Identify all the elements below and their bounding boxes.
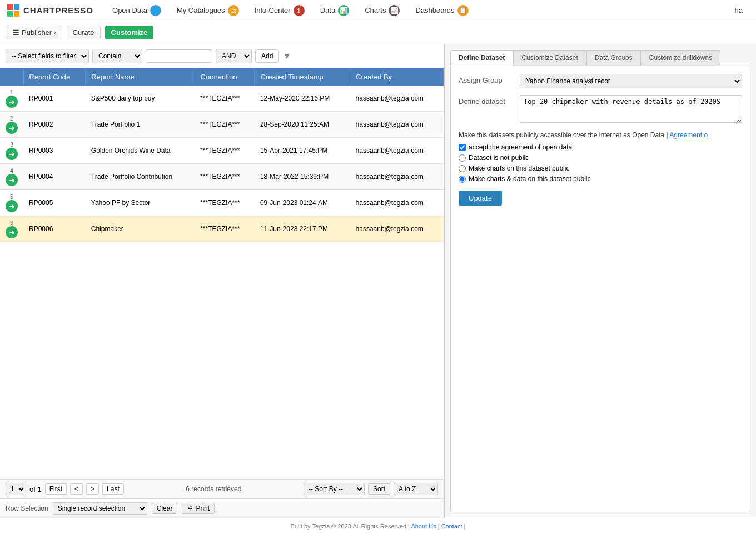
first-page-button[interactable]: First [45, 483, 67, 495]
row-arrow-icon[interactable]: ➜ [6, 226, 18, 238]
catalogues-icon: 🗂 [228, 5, 239, 16]
nav-catalogues-label: My Catalogues [177, 6, 225, 14]
filter-logic-select[interactable]: AND OR [216, 49, 252, 63]
svg-rect-1 [14, 4, 19, 10]
update-button[interactable]: Update [459, 191, 502, 206]
curate-button[interactable]: Curate [67, 26, 101, 39]
nav-catalogues[interactable]: My Catalogues 🗂 [169, 0, 247, 21]
radio-not-public-input[interactable] [459, 154, 466, 162]
filter-bar: -- Select fields to filter -- Contain Do… [0, 44, 444, 68]
nav-dashboards-label: Dashboards [415, 6, 454, 14]
tab-define-dataset[interactable]: Define Dataset [450, 50, 513, 66]
filter-field-select[interactable]: -- Select fields to filter -- [6, 49, 89, 63]
page-number-select[interactable]: 1 [6, 483, 26, 495]
nav-info-center[interactable]: Info-Center ℹ [247, 0, 312, 21]
assign-group-select[interactable]: Yahoo Finance analyst recor Default Grou… [520, 74, 742, 88]
nav-charts[interactable]: Charts 📈 [357, 0, 407, 21]
table-row[interactable]: 3 ➜ RP0003 Golden Orchids Wine Data ***T… [0, 138, 444, 164]
nav-data-label: Data [320, 6, 335, 14]
define-dataset-row: Define dataset Top 20 chipmaker with rev… [459, 95, 742, 124]
radio-not-public-label: Dataset is not public [469, 154, 529, 162]
sort-button[interactable]: Sort [368, 483, 390, 495]
agreement-checkbox[interactable] [459, 144, 466, 151]
row-created-by: hassaanb@tegzia.com [350, 164, 444, 190]
agreement-link[interactable]: Agreement o [669, 131, 708, 139]
nav-data[interactable]: Data 📊 [312, 0, 357, 21]
filter-value-input[interactable] [146, 49, 212, 63]
table-row[interactable]: 2 ➜ RP0002 Trade Portfolio 1 ***TEGZIA**… [0, 112, 444, 138]
assign-group-control: Yahoo Finance analyst recor Default Grou… [520, 74, 742, 88]
footer-about-link[interactable]: About Us [411, 523, 436, 530]
row-code: RP0005 [23, 190, 86, 216]
svg-rect-3 [14, 11, 19, 17]
print-button[interactable]: 🖨 Print [182, 503, 215, 514]
row-arrow-icon[interactable]: ➜ [6, 148, 18, 160]
footer-copyright: © 2023 All Rights Reserved [331, 523, 406, 530]
define-dataset-control: Top 20 chipmaker with revenue details as… [520, 95, 742, 124]
sort-by-select[interactable]: -- Sort By -- Report Code Report Name [304, 483, 365, 495]
nav-open-data[interactable]: Open Data 🌐 [105, 0, 169, 21]
data-icon: 📊 [338, 5, 349, 16]
hamburger-icon: ☰ [13, 28, 19, 37]
publisher-label: Publisher [22, 28, 52, 37]
app-name: CHARTPRESSO [23, 6, 93, 15]
toolbar: ☰ Publisher › Curate Customize [0, 21, 756, 44]
filter-icon: ▼ [282, 51, 291, 61]
radio-charts-public-input[interactable] [459, 165, 466, 172]
radio-all-public-input[interactable] [459, 176, 466, 183]
row-arrow-icon[interactable]: ➜ [6, 96, 18, 108]
curate-label: Curate [73, 28, 94, 37]
row-code: RP0001 [23, 86, 86, 112]
row-name: Chipmaker [86, 216, 195, 242]
tab-data-groups[interactable]: Data Groups [586, 50, 641, 66]
tab-customize-dataset[interactable]: Customize Dataset [513, 50, 586, 66]
last-page-button[interactable]: Last [102, 483, 124, 495]
svg-rect-0 [7, 4, 13, 10]
right-panel: Define Dataset Customize Dataset Data Gr… [445, 44, 756, 518]
table-header-row: Report Code Report Name Connection Creat… [0, 68, 444, 86]
table-row[interactable]: 6 ➜ RP0006 Chipmaker ***TEGZIA*** 11-Jun… [0, 216, 444, 242]
tab-customize-drilldowns[interactable]: Customize drilldowns [641, 50, 720, 66]
dashboards-icon: 📋 [457, 5, 469, 16]
logo[interactable]: CHARTPRESSO [7, 4, 93, 17]
row-code: RP0003 [23, 138, 86, 164]
radio-charts-public-label: Make charts on this dataset public [469, 164, 569, 172]
filter-condition-select[interactable]: Contain Does not contain Equals Starts w… [92, 49, 142, 63]
footer-contact-link[interactable]: Contact [441, 523, 462, 530]
table-row[interactable]: 5 ➜ RP0005 Yahoo PF by Sector ***TEGZIA*… [0, 190, 444, 216]
left-panel: -- Select fields to filter -- Contain Do… [0, 44, 445, 518]
table-row[interactable]: 4 ➜ RP0004 Trade Portfolio Contribution … [0, 164, 444, 190]
row-timestamp: 28-Sep-2020 11:25:AM [255, 112, 350, 138]
customize-button[interactable]: Customize [105, 26, 154, 39]
row-num-cell: 6 ➜ [0, 216, 23, 242]
customize-label: Customize [111, 28, 148, 37]
nav-dashboards[interactable]: Dashboards 📋 [407, 0, 476, 21]
radio-charts-public: Make charts on this dataset public [459, 164, 742, 172]
filter-add-button[interactable]: Add [255, 49, 279, 63]
assign-group-label: Assign Group [459, 74, 514, 84]
print-label: Print [196, 505, 210, 512]
row-connection: ***TEGZIA*** [195, 86, 255, 112]
row-code: RP0002 [23, 112, 86, 138]
nav-open-data-label: Open Data [112, 6, 147, 14]
radio-all-public-label: Make charts & data on this dataset publi… [469, 175, 590, 183]
row-arrow-icon[interactable]: ➜ [6, 174, 18, 186]
clear-button[interactable]: Clear [152, 503, 178, 514]
agreement-checkbox-label: accept the agreement of open data [469, 143, 572, 151]
next-page-button[interactable]: > [86, 483, 99, 495]
radio-not-public: Dataset is not public [459, 154, 742, 162]
row-connection: ***TEGZIA*** [195, 216, 255, 242]
publisher-button[interactable]: ☰ Publisher › [7, 26, 62, 39]
prev-page-button[interactable]: < [70, 483, 83, 495]
define-dataset-textarea[interactable]: Top 20 chipmaker with revenue details as… [520, 95, 742, 123]
data-table: Report Code Report Name Connection Creat… [0, 68, 444, 242]
row-arrow-icon[interactable]: ➜ [6, 200, 18, 212]
sort-direction-select[interactable]: A to Z Z to A [394, 483, 438, 495]
table-row[interactable]: 1 ➜ RP0001 S&P500 daily top buy ***TEGZI… [0, 86, 444, 112]
row-name: Trade Portfolio 1 [86, 112, 195, 138]
col-report-code: Report Code [23, 68, 86, 86]
row-arrow-icon[interactable]: ➜ [6, 122, 18, 134]
row-selection-select[interactable]: Single record selection Multiple record … [53, 502, 147, 515]
row-created-by: hassaanb@tegzia.com [350, 86, 444, 112]
row-timestamp: 09-Jun-2023 01:24:AM [255, 190, 350, 216]
